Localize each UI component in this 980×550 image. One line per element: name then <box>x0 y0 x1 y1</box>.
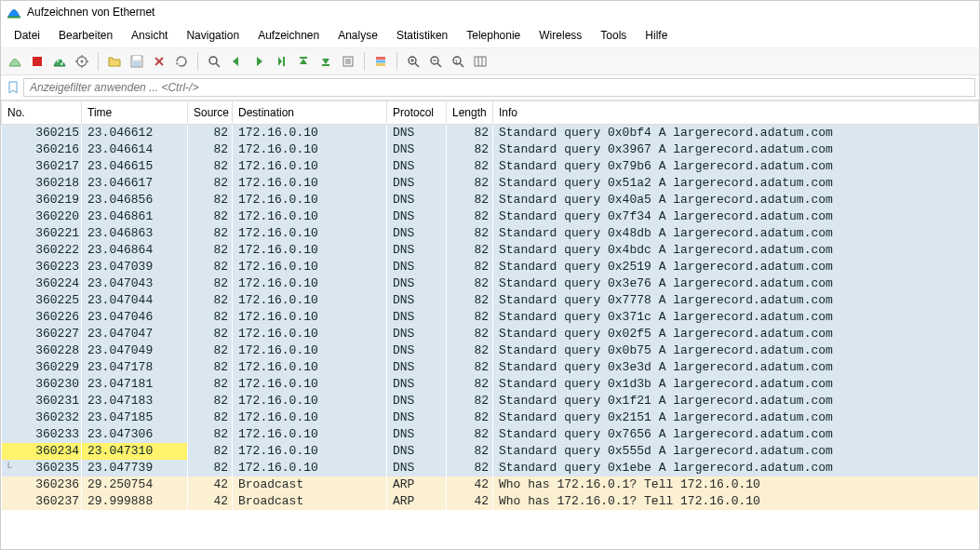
packet-row[interactable]: 36023223.04718582172.16.0.10DNS82Standar… <box>2 409 979 426</box>
svg-line-27 <box>415 63 419 67</box>
cell-info: Standard query 0x3e76 A largerecord.adat… <box>493 275 979 292</box>
stop-capture-button[interactable] <box>27 51 47 72</box>
cell-no: 360233 <box>2 426 82 443</box>
find-packet-button[interactable] <box>204 51 224 72</box>
cell-no: 360227 <box>2 326 82 342</box>
save-file-button[interactable] <box>127 51 147 72</box>
start-capture-button[interactable] <box>5 51 25 72</box>
col-header-source[interactable]: Source <box>188 101 233 125</box>
toolbar-separator <box>98 52 99 71</box>
cell-time: 23.047181 <box>82 376 188 393</box>
reload-file-button[interactable] <box>171 51 192 72</box>
menu-edit[interactable]: Bearbeiten <box>49 25 122 46</box>
packet-list-pane[interactable]: No. Time Source Destination Protocol Len… <box>1 101 979 549</box>
cell-info: Standard query 0x7656 A largerecord.adat… <box>493 426 979 443</box>
col-header-protocol[interactable]: Protocol <box>387 101 447 125</box>
cell-length: 82 <box>447 125 493 142</box>
packet-row[interactable]: 36021823.04661782172.16.0.10DNS82Standar… <box>2 175 979 192</box>
packet-row[interactable]: 36022223.04686482172.16.0.10DNS82Standar… <box>2 242 979 259</box>
packet-row[interactable]: 36022323.04703982172.16.0.10DNS82Standar… <box>2 259 979 275</box>
col-header-length[interactable]: Length <box>447 101 493 125</box>
cell-source: 42 <box>188 476 233 493</box>
zoom-out-button[interactable] <box>425 51 446 72</box>
cell-info: Who has 172.16.0.1? Tell 172.16.0.10 <box>493 493 979 510</box>
display-filter-input[interactable] <box>23 78 975 97</box>
zoom-in-button[interactable] <box>403 51 423 72</box>
packet-row[interactable]: 36022023.04686182172.16.0.10DNS82Standar… <box>2 208 979 225</box>
packet-row[interactable]: 36021723.04661582172.16.0.10DNS82Standar… <box>2 158 979 175</box>
packet-row[interactable]: 36023629.25075442BroadcastARP42Who has 1… <box>2 476 979 493</box>
cell-protocol: DNS <box>387 426 447 443</box>
menu-file[interactable]: Datei <box>5 25 49 46</box>
cell-source: 82 <box>188 259 233 275</box>
svg-rect-10 <box>133 56 141 60</box>
col-header-destination[interactable]: Destination <box>233 101 387 125</box>
packet-row[interactable]: 36022823.04704982172.16.0.10DNS82Standar… <box>2 342 979 359</box>
menu-help[interactable]: Hilfe <box>636 25 677 46</box>
packet-row[interactable]: 36023323.04730682172.16.0.10DNS82Standar… <box>2 426 979 443</box>
zoom-reset-button[interactable]: 1 <box>448 51 468 72</box>
packet-row[interactable]: 36022523.04704482172.16.0.10DNS82Standar… <box>2 292 979 309</box>
cell-time: 23.047739 <box>82 460 188 476</box>
cell-time: 23.046615 <box>82 158 188 175</box>
go-forward-button[interactable] <box>248 51 269 72</box>
packet-table: No. Time Source Destination Protocol Len… <box>1 101 979 510</box>
cell-time: 23.046856 <box>82 192 188 208</box>
packet-row[interactable]: 36023423.04731082172.16.0.10DNS82Standar… <box>2 443 979 460</box>
cell-source: 82 <box>188 393 233 409</box>
col-header-no[interactable]: No. <box>2 101 82 125</box>
go-first-button[interactable] <box>293 51 314 72</box>
restart-capture-button[interactable] <box>49 51 70 72</box>
app-icon <box>7 5 21 20</box>
cell-destination: 172.16.0.10 <box>233 175 387 192</box>
cell-info: Standard query 0x0bf4 A largerecord.adat… <box>493 125 979 142</box>
col-header-time[interactable]: Time <box>82 101 188 125</box>
close-file-button[interactable] <box>149 51 169 72</box>
cell-length: 82 <box>447 242 493 259</box>
packet-row[interactable]: 36022923.04717882172.16.0.10DNS82Standar… <box>2 359 979 376</box>
menu-wireless[interactable]: Wireless <box>530 25 591 46</box>
menu-statistics[interactable]: Statistiken <box>387 25 457 46</box>
packet-row[interactable]: 36022623.04704682172.16.0.10DNS82Standar… <box>2 309 979 326</box>
cell-no: 360222 <box>2 242 82 259</box>
cell-time: 23.046864 <box>82 242 188 259</box>
cell-destination: 172.16.0.10 <box>233 326 387 342</box>
cell-no: 360221 <box>2 225 82 242</box>
packet-row[interactable]: 36021523.04661282172.16.0.10DNS82Standar… <box>2 125 979 142</box>
menu-view[interactable]: Ansicht <box>122 25 177 46</box>
svg-rect-2 <box>33 57 42 66</box>
cell-length: 82 <box>447 359 493 376</box>
go-last-button[interactable] <box>315 51 336 72</box>
menu-capture[interactable]: Aufzeichnen <box>248 25 329 46</box>
packet-row[interactable]: 36022123.04686382172.16.0.10DNS82Standar… <box>2 225 979 242</box>
packet-row[interactable]: 36023023.04718182172.16.0.10DNS82Standar… <box>2 376 979 393</box>
packet-row[interactable]: └36023523.04773982172.16.0.10DNS82Standa… <box>2 460 979 476</box>
go-to-packet-button[interactable] <box>271 51 291 72</box>
cell-source: 82 <box>188 460 233 476</box>
menu-analyze[interactable]: Analyse <box>329 25 387 46</box>
resize-columns-button[interactable] <box>470 51 490 72</box>
open-file-button[interactable] <box>104 51 125 72</box>
menu-telephony[interactable]: Telephonie <box>457 25 530 46</box>
packet-row[interactable]: 36023729.99988842BroadcastARP42Who has 1… <box>2 493 979 510</box>
svg-point-4 <box>81 60 84 63</box>
cell-source: 82 <box>188 342 233 359</box>
bookmark-icon[interactable] <box>5 79 21 96</box>
col-header-info[interactable]: Info <box>493 101 979 125</box>
packet-row[interactable]: 36022423.04704382172.16.0.10DNS82Standar… <box>2 275 979 292</box>
menu-go[interactable]: Navigation <box>177 25 248 46</box>
packet-row[interactable]: 36021923.04685682172.16.0.10DNS82Standar… <box>2 192 979 208</box>
cell-protocol: DNS <box>387 225 447 242</box>
go-back-button[interactable] <box>226 51 247 72</box>
capture-options-button[interactable] <box>72 51 92 72</box>
auto-scroll-button[interactable] <box>338 51 358 72</box>
packet-row[interactable]: 36021623.04661482172.16.0.10DNS82Standar… <box>2 141 979 158</box>
packet-row[interactable]: 36022723.04704782172.16.0.10DNS82Standar… <box>2 326 979 342</box>
packet-row[interactable]: 36023123.04718382172.16.0.10DNS82Standar… <box>2 393 979 409</box>
cell-no: 360217 <box>2 158 82 175</box>
colorize-button[interactable] <box>370 51 391 72</box>
cell-destination: Broadcast <box>233 493 387 510</box>
cell-source: 82 <box>188 275 233 292</box>
menu-tools[interactable]: Tools <box>591 25 636 46</box>
cell-time: 23.047183 <box>82 393 188 409</box>
